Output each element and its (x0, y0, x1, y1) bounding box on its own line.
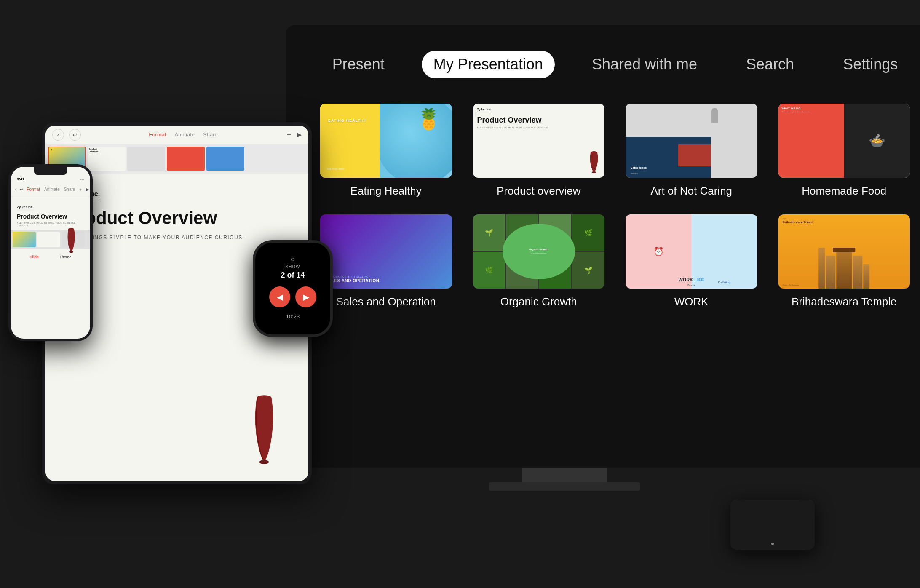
watch-controls: ◀ ▶ (269, 286, 316, 307)
svg-point-3 (259, 460, 269, 464)
nav-settings[interactable]: Settings (831, 51, 909, 78)
sales-leads-text: Sales leads (631, 166, 647, 169)
homemade-food-label: Homemade Food (802, 184, 886, 198)
iphone-animate-button[interactable]: Animate (44, 187, 60, 192)
iphone-thumbnails (11, 230, 90, 249)
iphone-share-button[interactable]: Share (64, 187, 75, 192)
organic-growth-label: Organic Growth (500, 295, 577, 308)
thumb-homemade-food: WHAT WE DO: We create simply and visuall… (778, 104, 910, 178)
tv-screen: Present My Presentation Shared with me S… (286, 25, 920, 468)
iphone-screen: 9:41 ▪▪▪ ‹ ↩ Format Animate Share ＋ ▶ Zy… (11, 167, 90, 339)
eating-healthy-text: EATING HEALTHY (328, 118, 367, 123)
iphone-vase-icon (65, 226, 78, 255)
watch-next-button[interactable]: ▶ (295, 286, 316, 307)
card-sales-operation[interactable]: PLAYBOOK FOR BLITZ SCALING SALES AND OPE… (320, 214, 452, 308)
iphone-add-icon[interactable]: ＋ (78, 187, 83, 192)
ipad-thumb-5[interactable] (206, 147, 244, 171)
iphone-notch (34, 167, 67, 175)
iphone-thumb-2[interactable] (37, 232, 60, 247)
ipad-play-icon[interactable]: ▶ (297, 131, 302, 139)
watch-prev-button[interactable]: ◀ (269, 286, 290, 307)
card-organic-growth[interactable]: 🌱 🌿 🌱 🌿 🌿 🌱 🌿 🌱 Organic Growth (473, 214, 605, 308)
svg-point-5 (69, 251, 73, 253)
ipad-undo-button[interactable]: ↩ (69, 129, 81, 141)
art-label: Art of Not Caring (650, 184, 732, 198)
card-homemade-food[interactable]: WHAT WE DO: We create simply and visuall… (778, 104, 910, 198)
thumb-product-overview: Zylker Inc. Product Overview KEEP THINGS… (473, 104, 605, 178)
thumb-sales-operation: PLAYBOOK FOR BLITZ SCALING SALES AND OPE… (320, 214, 452, 289)
ipad-thumb-3[interactable] (127, 147, 165, 171)
svg-point-1 (592, 171, 596, 173)
ipad-thumb-2[interactable]: ProductOverview (88, 147, 126, 171)
watch-slide-number: 2 of 14 (281, 271, 305, 280)
card-temple[interactable]: Tobler Brihadeswara Temple Home - The Su… (778, 214, 910, 308)
tv-content: Present My Presentation Shared with me S… (286, 25, 920, 468)
iphone-slide-logo: Zylker Inc. (17, 205, 34, 210)
card-eating-healthy[interactable]: EATING HEALTHY keep things simple 🍍 Eati… (320, 104, 452, 198)
appletv-status-light (771, 543, 774, 545)
vase-icon (588, 149, 600, 174)
watch-screen: SHOW 2 of 14 ◀ ▶ 10:23 (255, 243, 330, 334)
eating-healthy-label: Eating Healthy (350, 184, 422, 198)
sales-operation-label: Sales and Operation (336, 295, 436, 308)
product-overview-label: Product overview (497, 184, 580, 198)
nav-shared-with-me[interactable]: Shared with me (580, 51, 709, 78)
thumb-organic-growth: 🌱 🌿 🌱 🌿 🌿 🌱 🌿 🌱 Organic Growth (473, 214, 605, 289)
ipad-toolbar-center: Format Animate Share (86, 131, 281, 138)
presentation-grid: EATING HEALTHY keep things simple 🍍 Eati… (320, 104, 910, 308)
ipad-add-icon[interactable]: ＋ (286, 130, 292, 139)
tv-navigation: Present My Presentation Shared with me S… (320, 51, 910, 78)
tv-base (489, 482, 640, 491)
nav-present[interactable]: Present (321, 51, 396, 78)
watch-show-label: SHOW (285, 265, 300, 269)
iphone-theme-tab[interactable]: Theme (59, 255, 71, 259)
ipad-animate-button[interactable]: Animate (174, 131, 195, 138)
iphone-thumb-1[interactable] (13, 232, 36, 247)
nav-my-presentation[interactable]: My Presentation (422, 51, 555, 78)
apple-watch: SHOW 2 of 14 ◀ ▶ 10:23 (253, 240, 333, 337)
iphone-slide-content: Zylker Inc. Product Overview KEEP THINGS… (11, 196, 90, 230)
iphone-undo-icon[interactable]: ↩ (20, 187, 23, 192)
ipad-share-button[interactable]: Share (203, 131, 218, 138)
ipad-slide-subtitle: KEEP THINGS SIMPLE TO MAKE YOUR AUDIENCE… (67, 235, 287, 241)
iphone-bottom-bar: Slide Theme (11, 249, 90, 264)
tv-stand (522, 468, 607, 484)
watch-time: 10:23 (286, 313, 300, 320)
ipad-slide-title: Product Overview (67, 208, 287, 228)
iphone-slide-tab[interactable]: Slide (30, 255, 39, 259)
card-art-of-not-caring[interactable]: Sales leads Nomajing Art of Not Caring (626, 104, 757, 198)
ipad-thumb-4[interactable] (167, 147, 205, 171)
iphone-device: 9:41 ▪▪▪ ‹ ↩ Format Animate Share ＋ ▶ Zy… (8, 164, 93, 341)
thumb-work-life: ⏰ Defining WORK LIFE Balance (626, 214, 757, 289)
card-work-life[interactable]: ⏰ Defining WORK LIFE Balance (626, 214, 757, 308)
thumb-temple: Tobler Brihadeswara Temple Home - The Su… (778, 214, 910, 289)
ipad-back-button[interactable]: ‹ (52, 129, 64, 141)
ipad-vase-icon (245, 388, 283, 473)
iphone-slide-title: Product Overview (17, 214, 84, 220)
iphone-toolbar: ‹ ↩ Format Animate Share ＋ ▶ (11, 183, 90, 196)
iphone-status-bar: 9:41 ▪▪▪ (11, 175, 90, 183)
nav-search[interactable]: Search (734, 51, 806, 78)
ipad-format-button[interactable]: Format (149, 131, 166, 138)
ipad-toolbar: ‹ ↩ Format Animate Share ＋ ▶ (45, 126, 308, 144)
iphone-back-icon[interactable]: ‹ (15, 187, 16, 192)
appletv-box (730, 500, 815, 550)
work-life-label: WORK (674, 295, 709, 308)
card-product-overview[interactable]: Zylker Inc. Product Overview KEEP THINGS… (473, 104, 605, 198)
ipad-bar-right: ＋ ▶ (286, 130, 302, 139)
iphone-play-icon[interactable]: ▶ (86, 187, 89, 192)
temple-label: Brihadeswara Temple (792, 295, 897, 308)
iphone-time: 9:41 (17, 177, 24, 181)
iphone-format-button[interactable]: Format (27, 187, 40, 192)
thumb-eating-healthy: EATING HEALTHY keep things simple 🍍 (320, 104, 452, 178)
thumb-art-of-not-caring: Sales leads Nomajing (626, 104, 757, 178)
watch-dot (291, 258, 294, 261)
iphone-signal-icon: ▪▪▪ (80, 177, 84, 181)
